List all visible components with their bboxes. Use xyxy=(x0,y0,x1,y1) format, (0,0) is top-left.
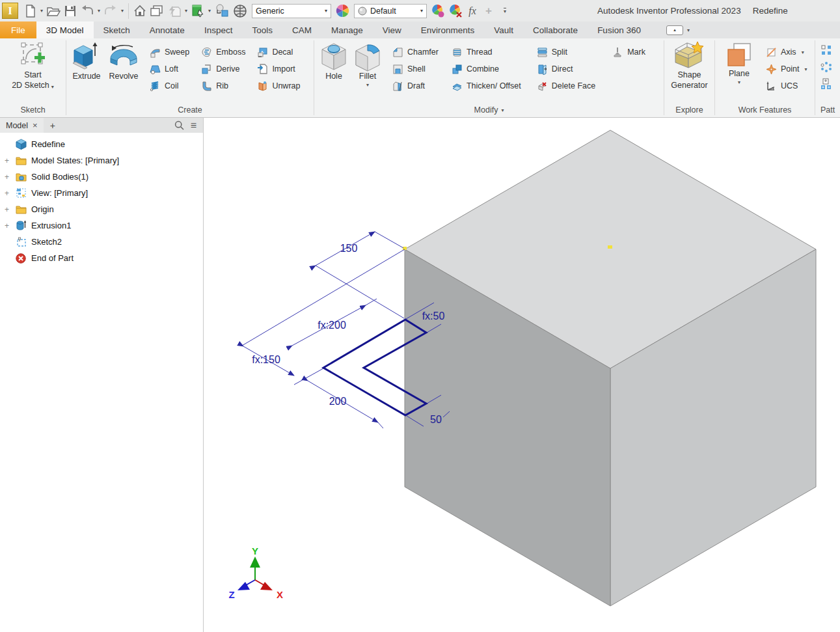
tree-item-extrusion1[interactable]: + Extrusion1 xyxy=(0,217,203,234)
assign-material-button[interactable] xyxy=(213,3,231,20)
tree-item-sketch2[interactable]: Sketch2 xyxy=(0,234,203,250)
ribbon-display-toggle[interactable]: ▴ ▾ xyxy=(666,21,691,38)
tree-item-origin[interactable]: + Origin xyxy=(0,201,203,217)
open-button[interactable] xyxy=(45,3,62,20)
select-priority-button[interactable] xyxy=(189,3,206,20)
viewport[interactable]: 150 fx:200 fx:150 200 fx:50 50 Y Z X xyxy=(204,118,840,632)
save-button[interactable] xyxy=(62,3,78,20)
delete-face-button[interactable]: Delete Face xyxy=(534,77,598,94)
tab-view[interactable]: View xyxy=(373,21,411,38)
tab-annotate[interactable]: Annotate xyxy=(140,21,195,38)
undo-button[interactable] xyxy=(79,3,96,20)
rib-button[interactable]: Rib xyxy=(198,77,248,94)
shell-button[interactable]: Shell xyxy=(390,61,441,77)
plane-button[interactable]: Plane ▾ xyxy=(723,40,755,87)
expander-icon[interactable]: + xyxy=(3,172,10,182)
chamfer-button[interactable]: Chamfer xyxy=(390,44,441,61)
import-button[interactable]: Import xyxy=(254,61,303,77)
panel-label-create[interactable]: Create xyxy=(66,103,314,117)
start-2d-sketch-button[interactable]: Start 2D Sketch ▾ xyxy=(9,40,57,92)
panel-label-explore[interactable]: Explore xyxy=(664,103,714,117)
tree-item-solid-bodies[interactable]: + Solid Bodies(1) xyxy=(0,169,203,185)
draft-button[interactable]: Draft xyxy=(390,77,441,94)
redo-caret-icon[interactable]: ▾ xyxy=(120,8,125,14)
emboss-button[interactable]: Emboss xyxy=(198,44,248,61)
panel-label-modify[interactable]: Modify ▾ xyxy=(314,103,664,117)
tab-sketch[interactable]: Sketch xyxy=(94,21,140,38)
measure-add-button[interactable]: + xyxy=(481,3,496,20)
panel-label-sketch[interactable]: Sketch xyxy=(0,103,66,117)
tab-tools[interactable]: Tools xyxy=(242,21,282,38)
thread-button[interactable]: Thread xyxy=(449,44,524,61)
tab-fusion-360[interactable]: Fusion 360 xyxy=(588,21,651,38)
tree-item-end-of-part[interactable]: End of Part xyxy=(0,250,203,266)
quick-input-button[interactable] xyxy=(166,3,183,20)
select-priority-caret-icon[interactable]: ▾ xyxy=(207,8,212,14)
adjust-clear-button[interactable] xyxy=(447,3,464,20)
copy-screen-button[interactable] xyxy=(148,3,165,20)
unwrap-button[interactable]: Unwrap xyxy=(254,77,303,94)
quick-input-caret-icon[interactable]: ▾ xyxy=(183,8,189,14)
hole-button[interactable]: Hole xyxy=(317,40,351,83)
shape-generator-button[interactable]: Shape Generator xyxy=(668,40,710,92)
new-file-button[interactable] xyxy=(23,3,38,20)
undo-caret-icon[interactable]: ▾ xyxy=(96,8,102,14)
tab-collaborate[interactable]: Collaborate xyxy=(523,21,588,38)
circular-pattern-button[interactable] xyxy=(818,59,835,76)
direct-button[interactable]: Direct xyxy=(534,61,598,77)
dim-fx200[interactable]: fx:200 xyxy=(318,320,346,331)
panel-label-pattern[interactable]: Patt xyxy=(815,103,840,117)
dim-50[interactable]: 50 xyxy=(430,414,442,425)
tab-file[interactable]: File xyxy=(0,21,36,38)
tab-vault[interactable]: Vault xyxy=(484,21,523,38)
inventor-logo-icon[interactable]: I xyxy=(2,3,18,19)
mark-button[interactable]: Mark xyxy=(610,44,648,61)
tab-manage[interactable]: Manage xyxy=(321,21,373,38)
tab-environments[interactable]: Environments xyxy=(411,21,485,38)
tab-3d-model[interactable]: 3D Model xyxy=(36,21,94,38)
color-wheel-button[interactable] xyxy=(334,3,351,20)
tree-item-model-states[interactable]: + Model States: [Primary] xyxy=(0,152,203,169)
dim-fx50[interactable]: fx:50 xyxy=(422,310,445,322)
parameters-fx-button[interactable]: fx xyxy=(465,3,480,20)
fillet-button[interactable]: Fillet ▾ xyxy=(351,40,385,90)
adjust-add-button[interactable] xyxy=(429,3,446,20)
mirror-button[interactable] xyxy=(818,76,835,92)
combine-button[interactable]: Combine xyxy=(449,61,524,77)
dim-200[interactable]: 200 xyxy=(329,396,347,407)
tree-item-view[interactable]: + View: [Primary] xyxy=(0,185,203,201)
coil-button[interactable]: Coil xyxy=(147,77,192,94)
browser-add-tab-button[interactable]: + xyxy=(44,120,62,131)
expander-icon[interactable]: + xyxy=(3,189,10,198)
work-point-highlight[interactable] xyxy=(608,245,612,249)
cube-solid[interactable] xyxy=(405,130,816,606)
rectangular-pattern-button[interactable] xyxy=(818,42,835,59)
new-file-caret-icon[interactable]: ▾ xyxy=(39,8,44,14)
extrude-button[interactable]: Extrude xyxy=(69,40,104,83)
appearance-select[interactable]: Default ▾ xyxy=(354,4,427,18)
split-button[interactable]: Split xyxy=(534,44,598,61)
expander-icon[interactable]: + xyxy=(3,156,10,165)
close-icon[interactable]: × xyxy=(33,120,38,130)
browser-menu-icon[interactable]: ≡ xyxy=(191,120,196,131)
home-button[interactable] xyxy=(132,3,148,20)
decal-button[interactable]: Decal xyxy=(254,44,303,61)
tab-inspect[interactable]: Inspect xyxy=(195,21,243,38)
redo-button[interactable] xyxy=(102,3,119,20)
axis-button[interactable]: Axis ▾ xyxy=(763,44,811,61)
dim-fx150[interactable]: fx:150 xyxy=(252,354,280,365)
point-button[interactable]: Point ▾ xyxy=(763,61,811,77)
sweep-button[interactable]: Sweep xyxy=(147,44,192,61)
qat-customize-button[interactable]: ▾ xyxy=(497,3,513,20)
material-select[interactable]: Generic ▾ xyxy=(252,4,331,18)
revolve-button[interactable]: Revolve xyxy=(104,40,143,83)
dim-150[interactable]: 150 xyxy=(340,243,358,254)
search-icon[interactable] xyxy=(174,120,184,130)
browser-tab-model[interactable]: Model × xyxy=(0,118,44,133)
appearance-sphere-button[interactable] xyxy=(232,3,249,20)
tab-cam[interactable]: CAM xyxy=(282,21,321,38)
tree-item-root[interactable]: Redefine xyxy=(0,136,203,152)
thicken-offset-button[interactable]: Thicken/ Offset xyxy=(449,77,524,94)
ucs-button[interactable]: UCS xyxy=(763,77,811,94)
loft-button[interactable]: Loft xyxy=(147,61,192,77)
